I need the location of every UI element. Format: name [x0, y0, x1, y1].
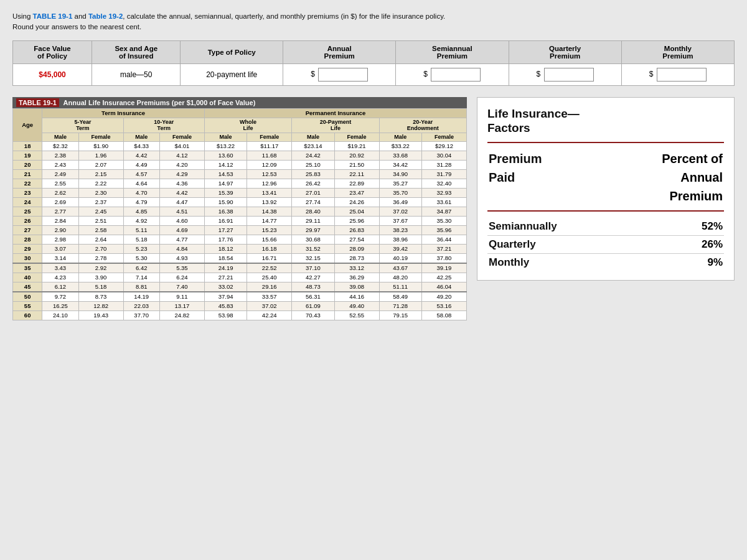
data-cell: 2.92 [78, 263, 123, 273]
data-cell: $4.01 [159, 141, 204, 151]
factor-label: Quarterly [487, 236, 667, 254]
data-cell: 37.67 [379, 216, 421, 225]
data-cell: 26.83 [334, 225, 379, 235]
data-cell: 56.31 [292, 292, 334, 302]
female-whole: Female [247, 133, 292, 141]
factor-value: 26% [667, 236, 724, 254]
data-cell: 2.15 [78, 169, 123, 179]
data-cell: 4.93 [159, 253, 204, 263]
table-row: 303.142.785.304.9318.5416.7132.1528.7340… [13, 253, 467, 263]
age-cell: 26 [13, 216, 42, 225]
data-cell: 18.54 [204, 253, 247, 263]
quarterly-input[interactable] [544, 68, 594, 82]
data-cell: 32.40 [421, 179, 466, 188]
data-cell: 58.08 [421, 310, 466, 320]
data-cell: 26.42 [292, 179, 334, 188]
age-cell: 35 [13, 263, 42, 273]
data-cell: 31.28 [421, 160, 466, 169]
data-cell: 22.03 [123, 301, 159, 310]
data-cell: $1.90 [78, 141, 123, 151]
data-cell: 3.07 [42, 244, 78, 253]
table191-link: TABLE 19-1 [33, 12, 73, 20]
data-cell: 2.45 [78, 207, 123, 216]
data-cell: 16.71 [247, 253, 292, 263]
monthly-input[interactable] [657, 68, 707, 82]
data-cell: 6.12 [42, 282, 78, 292]
data-cell: 16.25 [42, 301, 78, 310]
data-cell: 32.93 [421, 188, 466, 197]
data-cell: 36.49 [379, 197, 421, 207]
data-cell: 53.16 [421, 301, 466, 310]
data-cell: 35.96 [421, 225, 466, 235]
data-cell: 12.82 [78, 301, 123, 310]
data-cell: 4.51 [159, 207, 204, 216]
col-quarterly: QuarterlyPremium [509, 40, 621, 63]
age-cell: 29 [13, 244, 42, 253]
data-cell: 25.10 [292, 160, 334, 169]
data-cell: 39.42 [379, 244, 421, 253]
age-cell: 25 [13, 207, 42, 216]
policy-type-value: 20-payment life [206, 70, 257, 79]
data-cell: 24.10 [42, 310, 78, 320]
annual-factor-label: Annual [603, 168, 724, 187]
data-cell: 16.91 [204, 216, 247, 225]
quarterly-input-cell: $ [509, 63, 621, 85]
data-cell: 16.18 [247, 244, 292, 253]
title-line1: Life Insurance [487, 107, 568, 120]
data-cell: 42.27 [292, 273, 334, 282]
table-row: 5516.2512.8222.0313.1745.8337.0261.0949.… [13, 301, 467, 310]
insured-value: male—50 [120, 70, 152, 79]
age-cell: 21 [13, 169, 42, 179]
data-cell: 28.73 [334, 253, 379, 263]
insurance-table-container: TABLE 19-1 Annual Life Insurance Premium… [12, 97, 467, 320]
title-divider [487, 142, 724, 143]
factor-row: Semiannually52% [487, 218, 724, 236]
intro-text-before: Using [12, 12, 33, 20]
twenty-endow-header: 20-YearEndowment [379, 118, 466, 133]
table-row: 18$2.32$1.90$4.33$4.01$13.22$11.17$23.14… [13, 141, 467, 151]
data-cell: $11.17 [247, 141, 292, 151]
data-cell: 12.96 [247, 179, 292, 188]
data-cell: 8.81 [123, 282, 159, 292]
data-cell: 1.96 [78, 151, 123, 160]
data-cell: 49.20 [421, 292, 466, 302]
age-cell: 45 [13, 282, 42, 292]
data-cell: 2.78 [78, 253, 123, 263]
right-panel: Life Insurance— Factors Premium Percent … [477, 97, 735, 281]
data-cell: 19.43 [78, 310, 123, 320]
data-cell: 25.04 [334, 207, 379, 216]
data-cell: 79.15 [379, 310, 421, 320]
data-cell: 14.53 [204, 169, 247, 179]
premium2-row: Premium [487, 187, 724, 205]
mth-dollar: $ [649, 70, 654, 78]
table-row: 202.432.074.494.2014.1212.0925.1021.5034… [13, 160, 467, 169]
data-cell: $33.22 [379, 141, 421, 151]
data-cell: 4.47 [159, 197, 204, 207]
data-cell: 42.25 [421, 273, 466, 282]
data-cell: 42.24 [247, 310, 292, 320]
premium-paid-row: Premium Percent of [487, 149, 724, 168]
data-cell: 22.11 [334, 169, 379, 179]
premium2-label: Premium [603, 187, 724, 205]
data-cell: 32.15 [292, 253, 334, 263]
annual-input[interactable] [318, 68, 368, 82]
col-monthly: MonthlyPremium [621, 40, 734, 63]
data-cell: 18.12 [204, 244, 247, 253]
data-cell: 14.77 [247, 216, 292, 225]
data-cell: 35.30 [421, 216, 466, 225]
data-cell: 3.43 [42, 263, 78, 273]
col-face-value: Face Valueof Policy [13, 40, 92, 63]
data-cell: 4.49 [123, 160, 159, 169]
annual-dollar: $ [311, 70, 315, 78]
data-cell: 15.39 [204, 188, 247, 197]
table-row: 509.728.7314.199.1137.9433.5756.3144.165… [13, 292, 467, 302]
data-cell: 33.61 [421, 197, 466, 207]
table-row: 262.842.514.924.6016.9114.7729.1125.9637… [13, 216, 467, 225]
data-cell: 34.42 [379, 160, 421, 169]
data-cell: $23.14 [292, 141, 334, 151]
data-cell: 5.18 [123, 235, 159, 244]
age-cell: 60 [13, 310, 42, 320]
semiannual-input[interactable] [431, 68, 481, 82]
data-cell: 5.35 [159, 263, 204, 273]
data-cell: 39.19 [421, 263, 466, 273]
